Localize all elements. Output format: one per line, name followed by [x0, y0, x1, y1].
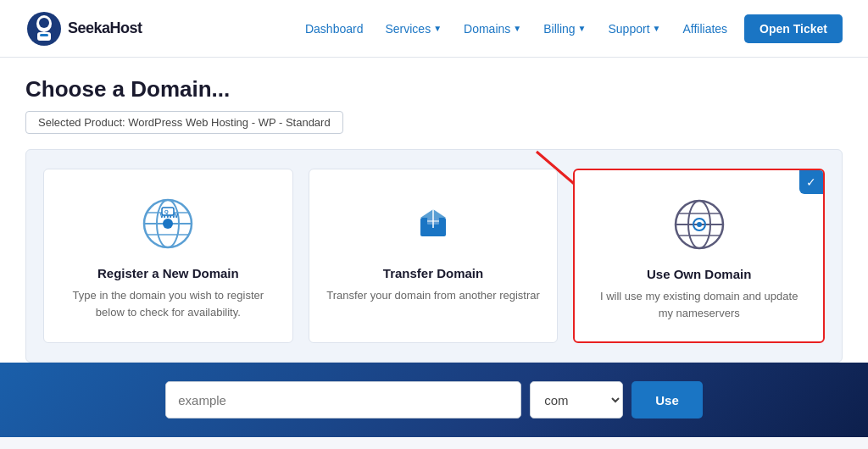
chevron-down-icon: ▼	[433, 24, 442, 33]
register-card-desc: Type in the domain you wish to register …	[61, 287, 275, 320]
page-title: Choose a Domain...	[25, 76, 843, 103]
nav-link-affiliates[interactable]: Affiliates	[674, 17, 736, 41]
nav-link-dashboard[interactable]: Dashboard	[297, 17, 372, 41]
nav-links: Dashboard Services ▼ Domains ▼ Billing ▼…	[297, 17, 736, 41]
nav-link-billing[interactable]: Billing ▼	[535, 17, 594, 41]
selected-product-badge: Selected Product: WordPress Web Hosting …	[25, 111, 343, 134]
svg-point-2	[39, 18, 49, 28]
chevron-down-icon: ▼	[653, 24, 661, 33]
use-own-domain-icon	[669, 194, 730, 255]
tld-select[interactable]: com net org co.uk io	[530, 381, 623, 419]
nav-item-billing[interactable]: Billing ▼	[535, 17, 594, 41]
transfer-card-desc: Transfer your domain from another regist…	[326, 287, 541, 304]
svg-point-14	[163, 219, 173, 229]
nav-item-services[interactable]: Services ▼	[376, 17, 450, 41]
transfer-card-title: Transfer Domain	[326, 266, 541, 280]
chevron-down-icon: ▼	[578, 24, 587, 33]
register-domain-card[interactable]: www Q Register a New Domain Type in the …	[43, 169, 293, 343]
domain-input[interactable]	[165, 381, 521, 419]
logo-text: SeekaHost	[68, 19, 142, 37]
nav-item-affiliates[interactable]: Affiliates	[674, 17, 736, 41]
svg-rect-6	[40, 34, 48, 36]
cards-grid: www Q Register a New Domain Type in the …	[43, 169, 825, 343]
use-own-card-desc: I will use my existing domain and update…	[592, 288, 806, 321]
logo[interactable]: SeekaHost	[25, 10, 142, 47]
nav-link-support[interactable]: Support ▼	[599, 17, 669, 41]
use-button[interactable]: Use	[632, 381, 703, 419]
nav-link-domains[interactable]: Domains ▼	[455, 17, 530, 41]
use-own-domain-card[interactable]: ✓ Use Own Domain I will use my existing …	[573, 169, 825, 343]
use-own-card-title: Use Own Domain	[592, 267, 806, 281]
nav-link-services[interactable]: Services ▼	[376, 17, 450, 41]
bottom-bar: com net org co.uk io Use	[0, 363, 868, 437]
navbar: SeekaHost Dashboard Services ▼ Domains ▼…	[0, 0, 868, 58]
svg-text:Q: Q	[164, 209, 169, 214]
cards-section: www Q Register a New Domain Type in the …	[25, 149, 843, 363]
nav-item-domains[interactable]: Domains ▼	[455, 17, 530, 41]
selected-checkmark: ✓	[799, 170, 823, 194]
logo-icon	[25, 10, 63, 47]
nav-item-support[interactable]: Support ▼	[599, 17, 669, 41]
transfer-domain-icon	[403, 193, 464, 254]
nav-item-dashboard[interactable]: Dashboard	[297, 17, 372, 41]
transfer-domain-card[interactable]: Transfer Domain Transfer your domain fro…	[309, 169, 559, 343]
register-card-title: Register a New Domain	[61, 266, 275, 280]
chevron-down-icon: ▼	[513, 24, 521, 33]
svg-point-29	[697, 222, 702, 227]
register-domain-icon: www Q	[137, 193, 198, 254]
open-ticket-button[interactable]: Open Ticket	[744, 14, 843, 43]
main-content: Choose a Domain... Selected Product: Wor…	[0, 58, 868, 363]
